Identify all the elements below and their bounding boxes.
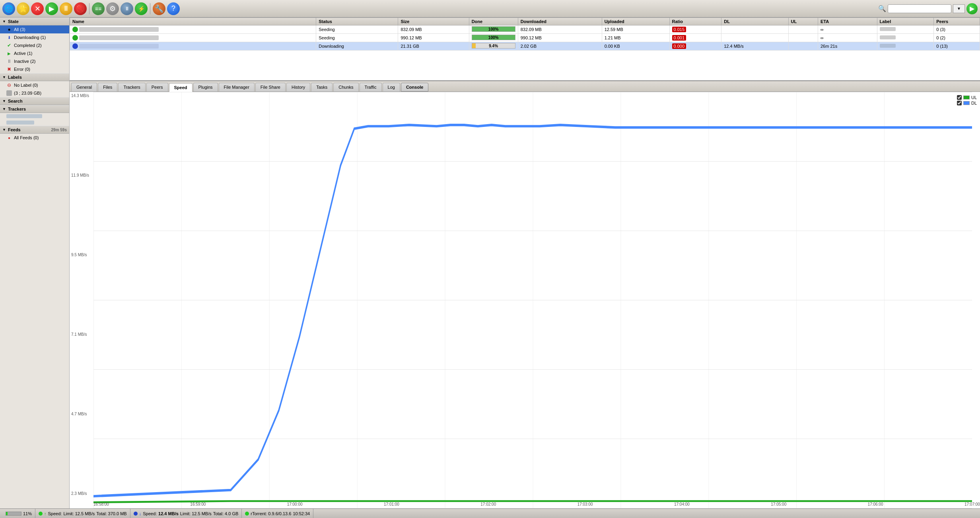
sidebar-item-label-bar[interactable]: (3 ; 23.09 GB) [0,89,69,97]
ul-checkbox[interactable] [957,95,962,100]
search-section-header[interactable]: ▼ Search [0,97,69,105]
status-time: 10:52:34 [293,511,310,516]
torrent-label-2 [877,34,934,42]
search-chevron: ▼ [2,99,6,103]
col-header-name[interactable]: Name [70,18,316,25]
tab-plugins[interactable]: Plugins [193,83,218,92]
inactive-icon: ⏸ [6,58,12,64]
col-header-ratio[interactable]: Ratio [669,18,721,25]
torrent-ul-2 [788,34,818,42]
sidebar-item-nolabel[interactable]: ⊖ No Label (0) [0,81,69,89]
help-icon[interactable]: ? [167,2,180,15]
allfeeds-icon: ● [6,135,12,140]
settings-icon[interactable]: ⚙ [106,2,119,15]
tab-chunks[interactable]: Chunks [333,83,358,92]
sidebar-tracker-1[interactable] [0,113,69,119]
state-chevron: ▼ [2,19,6,23]
col-header-eta[interactable]: ETA [818,18,877,25]
speed-lines-icon[interactable]: ≡≡ [92,2,105,15]
bookmark-icon[interactable]: ⭐ [17,2,29,15]
col-header-ul[interactable]: UL [788,18,818,25]
play-green-icon[interactable]: ▶ [966,3,978,14]
sidebar-item-completed[interactable]: ✔ Completed (2) [0,41,69,49]
sidebar-item-error[interactable]: ✖ Error (0) [0,65,69,73]
tab-console[interactable]: Console [401,83,428,92]
tab-trackers[interactable]: Trackers [118,83,145,92]
torrent-label-1 [877,25,934,34]
status-app-segment: rTorrent: 0.9.6/0.13.6 10:52:34 [242,509,313,518]
feeds-section-header[interactable]: ▼ Feeds 29m 59s [0,126,69,134]
svg-rect-1 [93,92,972,508]
sidebar-item-inactive[interactable]: ⏸ Inactive (2) [0,57,69,65]
torrent-ratio-1: 0.015 [669,25,721,34]
status-app-label: rTorrent: 0.9.6/0.13.6 [251,511,291,516]
tools-icon[interactable]: 🔧 [153,2,165,15]
torrent-name-cell [70,25,316,34]
downloading-icon: ⬇ [6,35,12,40]
col-header-label[interactable]: Label [877,18,934,25]
stop-icon[interactable]: ✕ [31,2,44,15]
col-header-done[interactable]: Done [469,18,518,25]
nolabel-icon: ⊖ [6,82,12,88]
torrent-eta-2: ∞ [818,34,877,42]
sidebar-tracker-2[interactable] [0,119,69,126]
toolbar-search-input[interactable] [888,4,951,13]
tab-tasks[interactable]: Tasks [311,83,332,92]
col-header-uploaded[interactable]: Uploaded [602,18,669,25]
table-row[interactable]: Downloading 21.31 GB 9.4% 2.02 GB 0.00 K… [70,42,980,51]
tab-files[interactable]: Files [98,83,117,92]
label-blur-1 [880,27,896,31]
trackers-section-header[interactable]: ▼ Trackers [0,105,69,113]
globe-icon[interactable]: 🌐 [2,2,15,15]
tab-filemanager[interactable]: File Manager [219,83,255,92]
torrent-uploaded-1: 12.59 MB [602,25,669,34]
torrent-name-blur-3 [79,44,159,49]
tab-general[interactable]: General [71,83,97,92]
queue-icon[interactable]: ⏸ [121,2,133,15]
dl-checkbox[interactable] [957,101,962,105]
status-ul-limit: Limit: 12.5 MB/s [63,511,95,516]
search-area: 🔍 ▼ ▶ [878,3,978,14]
start-icon[interactable]: ▶ [45,2,58,15]
toolbar-dropdown[interactable]: ▼ [953,4,965,13]
col-header-downloaded[interactable]: Downloaded [518,18,602,25]
x-label-0: 16:58:00 [93,502,109,506]
tab-history[interactable]: History [286,83,310,92]
tab-fileshare[interactable]: File Share [255,83,286,92]
sidebar-item-all[interactable]: ● All (3) [0,25,69,33]
trackers-chevron: ▼ [2,107,6,111]
tab-log[interactable]: Log [383,83,400,92]
y-label-1: 11.9 MB/s [71,173,92,177]
status-progress-segment: 11% [2,509,35,518]
col-header-peers[interactable]: Peers [934,18,980,25]
col-header-dl[interactable]: DL [721,18,788,25]
state-section-header[interactable]: ▼ State [0,18,69,25]
pause-icon[interactable]: ⏸ [60,2,72,15]
remove-icon[interactable]: 🚫 [74,2,87,15]
progress-bar-1: 100% [472,26,515,32]
torrent-eta-3: 26m 21s [818,42,877,51]
sidebar-item-active[interactable]: ▶ Active (1) [0,49,69,57]
sidebar-item-nolabel-label: No Label (0) [14,83,38,88]
status-dl-segment: ↓ Speed: 12.4 MB/s Limit: 12.5 MB/s Tota… [130,509,242,518]
main-area: ▼ State ● All (3) ⬇ Downloading (1) ✔ Co… [0,18,980,508]
tab-traffic[interactable]: Traffic [360,83,382,92]
col-header-size[interactable]: Size [398,18,469,25]
sidebar-item-downloading[interactable]: ⬇ Downloading (1) [0,33,69,41]
battery-icon[interactable]: ⚡ [135,2,148,15]
col-header-status[interactable]: Status [316,18,398,25]
table-row[interactable]: Seeding 990.12 MB 100% 990.12 MB 1.21 MB… [70,34,980,42]
y-label-3: 7.1 MB/s [71,332,92,337]
tab-peers[interactable]: Peers [146,83,168,92]
table-row[interactable]: Seeding 832.09 MB 100% 832.09 MB 12.59 M… [70,25,980,34]
sidebar-item-allfeeds[interactable]: ● All Feeds (0) [0,134,69,142]
torrent-label-3 [877,42,934,51]
torrent-peers-3: 0 (13) [934,42,980,51]
tab-speed[interactable]: Speed [169,83,192,92]
separator2 [150,3,150,14]
torrent-size-3: 21.31 GB [398,42,469,51]
labels-section-header[interactable]: ▼ Labels [0,73,69,81]
x-label-6: 17:04:00 [674,502,690,506]
completed-icon: ✔ [6,43,12,48]
search-label: Search [8,99,23,103]
